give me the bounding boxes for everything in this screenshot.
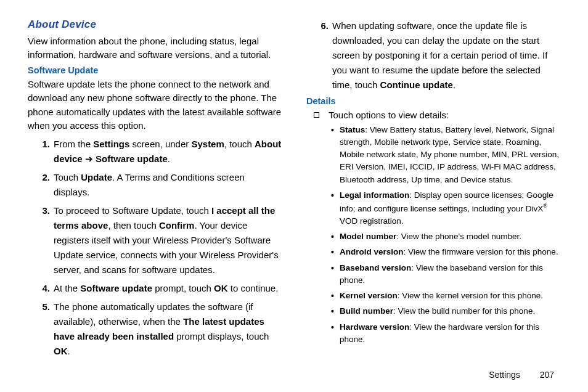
- step-3: To proceed to Software Update, touch I a…: [41, 203, 282, 277]
- details-inner-list: Status: View Battery status, Battery lev…: [331, 124, 560, 346]
- detail-kernel: Kernel version: View the kernel version …: [331, 290, 560, 302]
- detail-legal: Legal information: Display open source l…: [331, 189, 560, 227]
- touch-options-item: Touch options to view details: Status: V…: [314, 108, 560, 346]
- detail-android: Android version: View the firmware versi…: [331, 246, 560, 258]
- software-update-steps-cont: When updating software, once the update …: [320, 18, 560, 92]
- software-update-heading: Software Update: [28, 65, 282, 75]
- step-1: From the Settings screen, under System, …: [41, 137, 282, 166]
- detail-hardware: Hardware version: View the hardware vers…: [331, 321, 560, 346]
- details-outer-list: Touch options to view details: Status: V…: [314, 108, 560, 346]
- page-footer: Settings 207: [28, 362, 560, 380]
- software-update-steps: From the Settings screen, under System, …: [41, 137, 282, 359]
- step-5: The phone automatically updates the soft…: [41, 300, 282, 359]
- registered-icon: ®: [543, 202, 547, 209]
- detail-status: Status: View Battery status, Battery lev…: [331, 124, 560, 186]
- step-2: Touch Update. A Terms and Conditions scr…: [41, 170, 282, 200]
- footer-page-number: 207: [540, 370, 554, 380]
- footer-section: Settings: [489, 370, 520, 380]
- left-column: About Device View information about the …: [28, 18, 282, 362]
- touch-options-label: Touch options to view details:: [329, 110, 449, 120]
- detail-baseband: Baseband version: View the baseband vers…: [331, 262, 560, 287]
- step-4: At the Software update prompt, touch OK …: [41, 281, 282, 296]
- page-columns: About Device View information about the …: [28, 18, 560, 362]
- about-device-intro: View information about the phone, includ…: [28, 35, 282, 62]
- detail-build: Build number: View the build number for …: [331, 305, 560, 317]
- step-6: When updating software, once the update …: [320, 18, 560, 92]
- software-update-para: Software update lets the phone connect t…: [28, 78, 282, 133]
- right-column: When updating software, once the update …: [306, 18, 560, 362]
- detail-model: Model number: View the phone's model num…: [331, 231, 560, 243]
- details-heading: Details: [306, 96, 560, 106]
- about-device-heading: About Device: [28, 18, 282, 31]
